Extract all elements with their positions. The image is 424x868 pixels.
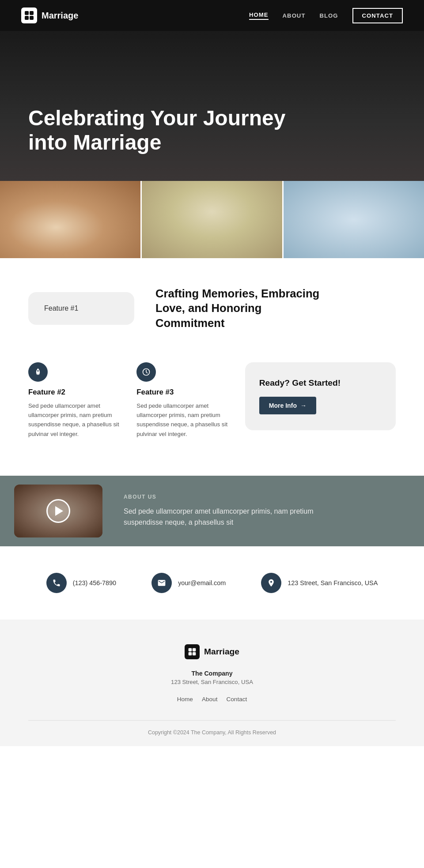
- contact-address-item: 123 Street, San Francisco, USA: [261, 573, 378, 593]
- feature2-desc: Sed pede ullamcorper amet ullamcorper pr…: [28, 401, 122, 439]
- nav-logo-text: Marriage: [42, 11, 78, 21]
- feature2-icon: [28, 362, 48, 382]
- hero-section: Celebrating Your Journey into Marriage: [0, 31, 424, 181]
- feature1-box: Feature #1: [28, 292, 134, 325]
- email-icon: [151, 573, 172, 593]
- footer-link-contact[interactable]: Contact: [226, 696, 247, 703]
- feature1-section: Feature #1 Crafting Memories, Embracing …: [0, 258, 424, 348]
- hero-image-1: [0, 181, 142, 258]
- svg-rect-1: [30, 11, 34, 15]
- cta-title: Ready? Get Started!: [259, 378, 382, 388]
- location-icon: [261, 573, 281, 593]
- nav-link-about[interactable]: ABOUT: [283, 12, 306, 19]
- contact-email: your@email.com: [178, 579, 226, 586]
- logo-icon: [21, 8, 37, 23]
- footer: Marriage The Company 123 Street, San Fra…: [0, 620, 424, 746]
- footer-logo-icon: [185, 644, 200, 659]
- hero-image-3: [284, 181, 424, 258]
- feature3-desc: Sed pede ullamcorper amet ullamcorper pr…: [136, 401, 231, 439]
- phone-icon: [46, 573, 67, 593]
- contact-phone-item: (123) 456-7890: [46, 573, 116, 593]
- footer-link-home[interactable]: Home: [177, 696, 193, 703]
- contact-address: 123 Street, San Francisco, USA: [288, 579, 378, 586]
- features-row: Feature #2 Sed pede ullamcorper amet ull…: [0, 348, 424, 467]
- svg-rect-3: [30, 16, 34, 20]
- footer-logo: Marriage: [185, 644, 239, 659]
- about-label: ABOUT US: [124, 494, 353, 500]
- footer-copyright: Copyright ©2024 The Company, All Rights …: [28, 729, 396, 736]
- image-strip: [0, 181, 424, 258]
- about-content: ABOUT US Sed pede ullamcorper amet ullam…: [102, 476, 375, 546]
- footer-link-about[interactable]: About: [202, 696, 218, 703]
- svg-rect-0: [25, 11, 29, 15]
- footer-company-name: The Company: [28, 670, 396, 677]
- footer-logo-text: Marriage: [204, 647, 239, 657]
- about-video-thumbnail[interactable]: [14, 485, 102, 537]
- feature3-icon: [136, 362, 156, 382]
- footer-links: Home About Contact: [28, 696, 396, 703]
- svg-rect-5: [189, 648, 192, 651]
- cta-arrow-icon: →: [300, 402, 307, 409]
- feature2-name: Feature #2: [28, 388, 122, 397]
- svg-rect-2: [25, 16, 29, 20]
- play-button[interactable]: [46, 499, 70, 523]
- svg-rect-8: [193, 652, 196, 656]
- nav-link-blog[interactable]: BLOG: [319, 12, 338, 19]
- contact-phone: (123) 456-7890: [73, 579, 116, 586]
- cta-card: Ready? Get Started! More Info →: [245, 362, 396, 430]
- nav-link-home[interactable]: HOME: [249, 11, 269, 20]
- feature3-name: Feature #3: [136, 388, 231, 397]
- contact-info-section: (123) 456-7890 your@email.com 123 Street…: [0, 546, 424, 620]
- nav-links: HOME ABOUT BLOG CONTACT: [249, 8, 403, 23]
- cta-button-label: More Info: [269, 402, 297, 409]
- nav-logo: Marriage: [21, 8, 78, 23]
- nav-contact-button[interactable]: CONTACT: [352, 8, 403, 23]
- svg-rect-7: [189, 652, 192, 656]
- about-text: Sed pede ullamcorper amet ullamcorper pr…: [124, 506, 353, 528]
- feature2-card: Feature #2 Sed pede ullamcorper amet ull…: [28, 362, 122, 439]
- footer-divider: [28, 720, 396, 721]
- feature3-card: Feature #3 Sed pede ullamcorper amet ull…: [136, 362, 231, 439]
- feature1-heading: Crafting Memories, Embracing Love, and H…: [155, 286, 323, 331]
- hero-image-2: [142, 181, 284, 258]
- footer-company-address: 123 Street, San Francisco, USA: [28, 679, 396, 685]
- cta-button[interactable]: More Info →: [259, 397, 316, 414]
- svg-rect-6: [193, 648, 196, 651]
- about-section: ABOUT US Sed pede ullamcorper amet ullam…: [0, 476, 424, 546]
- feature1-label: Feature #1: [44, 304, 78, 312]
- contact-email-item: your@email.com: [151, 573, 226, 593]
- hero-title: Celebrating Your Journey into Marriage: [28, 106, 293, 154]
- navbar: Marriage HOME ABOUT BLOG CONTACT: [0, 0, 424, 31]
